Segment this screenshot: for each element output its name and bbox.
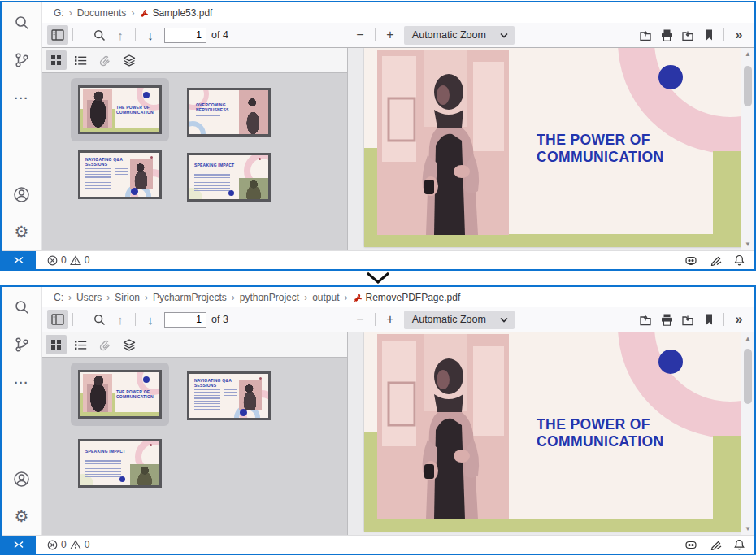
scrollbar-thumb[interactable]	[744, 66, 752, 106]
breadcrumb-segment[interactable]: Sirion	[115, 292, 140, 303]
bookmark-icon	[704, 314, 715, 325]
thumbnail-page-1[interactable]: THE POWER OFCOMMUNICATION	[78, 85, 162, 134]
breadcrumb-segment[interactable]: PycharmProjects	[153, 292, 227, 303]
thumbnail-page-3[interactable]: SPEAKING IMPACT	[78, 439, 162, 488]
thumbnail-page-1[interactable]: THE POWER OFCOMMUNICATION	[78, 370, 162, 419]
breadcrumb-file[interactable]: RemovePDFPage.pdf	[353, 292, 461, 303]
settings-gear-icon[interactable]: ⚙	[8, 502, 36, 530]
page-number-input[interactable]	[164, 312, 206, 328]
thumbnails-tab[interactable]	[46, 335, 67, 354]
error-icon	[47, 255, 58, 266]
layers-icon	[123, 339, 136, 351]
open-file-button[interactable]	[635, 25, 656, 45]
page-number-input[interactable]	[164, 28, 206, 43]
formatter-pen-icon[interactable]	[710, 539, 722, 550]
account-icon[interactable]	[8, 465, 36, 493]
formatter-pen-icon[interactable]	[710, 254, 722, 266]
save-button[interactable]	[677, 25, 698, 45]
account-icon[interactable]	[8, 180, 36, 208]
scroll-down-arrow[interactable]: ▼	[741, 238, 754, 250]
source-control-icon[interactable]	[8, 46, 36, 74]
bell-icon[interactable]	[734, 539, 745, 550]
attachments-tab[interactable]	[94, 335, 115, 354]
find-button[interactable]	[89, 25, 110, 45]
warning-icon	[70, 255, 81, 266]
layers-tab[interactable]	[119, 50, 140, 70]
breadcrumb-segment[interactable]: Documents	[77, 7, 127, 19]
page-up-button[interactable]: ↑	[110, 25, 131, 45]
chevron-down-icon	[500, 33, 508, 38]
scroll-up-arrow[interactable]: ▲	[741, 48, 754, 60]
zoom-select-dropdown[interactable]: Automatic Zoom	[404, 26, 515, 45]
attachments-tab[interactable]	[94, 50, 115, 70]
copilot-icon[interactable]	[684, 255, 697, 266]
chevron-down-icon	[500, 317, 508, 323]
thumbnail-page-2[interactable]: NAVIGATING Q&ASESSIONS	[187, 371, 271, 420]
breadcrumb: G: › Documents › Sample53.pdf	[42, 2, 754, 23]
mini-slide-qa: NAVIGATING Q&ASESSIONS	[80, 153, 159, 197]
zoom-out-button[interactable]: −	[350, 25, 371, 45]
toggle-sidebar-button[interactable]	[47, 25, 68, 45]
mini-slide-qa: NAVIGATING Q&ASESSIONS	[189, 374, 268, 418]
scroll-down-arrow[interactable]: ▼	[741, 523, 754, 535]
more-tools-button[interactable]: »	[728, 310, 749, 329]
thumbnails-tab[interactable]	[46, 50, 67, 70]
scrollbar-thumb[interactable]	[744, 349, 752, 404]
page-count-label: of 4	[211, 29, 228, 41]
more-views-icon[interactable]: ···	[8, 368, 36, 396]
search-icon[interactable]	[8, 9, 36, 37]
vertical-scrollbar[interactable]: ▲ ▼	[741, 332, 754, 535]
page-down-button[interactable]: ↓	[140, 25, 161, 45]
zoom-in-button[interactable]: +	[380, 310, 401, 329]
outline-tab[interactable]	[70, 335, 91, 354]
more-tools-button[interactable]: »	[728, 25, 749, 45]
pdf-page-1: THE POWER OF COMMUNICATION	[364, 48, 741, 247]
open-file-button[interactable]	[635, 310, 656, 329]
copilot-icon[interactable]	[684, 540, 697, 550]
remote-indicator[interactable]	[2, 251, 36, 269]
zoom-in-button[interactable]: +	[380, 25, 401, 45]
remote-indicator[interactable]	[2, 536, 36, 554]
speaker-photo	[377, 50, 509, 235]
problems-indicator[interactable]: 0 0	[47, 254, 89, 266]
breadcrumb-segment[interactable]: C:	[54, 292, 63, 303]
olive-right-shape	[713, 151, 741, 247]
breadcrumb-segment[interactable]: pythonProject	[240, 292, 299, 303]
page-up-button[interactable]: ↑	[110, 310, 131, 329]
zoom-out-button[interactable]: −	[350, 310, 371, 329]
source-control-icon[interactable]	[8, 331, 36, 358]
breadcrumb-separator: ›	[131, 7, 134, 19]
activity-bar: ··· ⚙	[2, 2, 42, 250]
pdf-viewer-window-bottom: ··· ⚙ C: › Users › Sirion › PycharmProje…	[0, 285, 756, 555]
current-view-bookmark-button[interactable]	[698, 310, 719, 329]
page-down-button[interactable]: ↓	[140, 310, 161, 329]
current-view-bookmark-button[interactable]	[698, 25, 719, 45]
vertical-scrollbar[interactable]: ▲ ▼	[741, 48, 754, 250]
print-button[interactable]	[656, 25, 677, 45]
toggle-sidebar-button[interactable]	[47, 310, 68, 329]
layers-icon	[123, 54, 136, 67]
thumbnail-page-3[interactable]: NAVIGATING Q&ASESSIONS	[78, 150, 162, 199]
breadcrumb-segment[interactable]: output	[312, 292, 339, 303]
print-button[interactable]	[656, 310, 677, 329]
breadcrumb-segment[interactable]: Users	[76, 292, 102, 303]
remote-icon	[13, 254, 24, 266]
olive-right-shape	[713, 436, 741, 532]
breadcrumb-segment[interactable]: G:	[54, 7, 64, 19]
scroll-up-arrow[interactable]: ▲	[741, 332, 754, 345]
thumbnail-page-2[interactable]: OVERCOMINGNERVOUSNESS	[187, 88, 271, 137]
find-button[interactable]	[89, 310, 110, 329]
zoom-select-dropdown[interactable]: Automatic Zoom	[404, 311, 515, 329]
bell-icon[interactable]	[734, 254, 745, 266]
search-icon[interactable]	[8, 293, 36, 321]
save-button[interactable]	[677, 310, 698, 329]
settings-gear-icon[interactable]: ⚙	[8, 218, 36, 245]
more-views-icon[interactable]: ···	[8, 84, 36, 111]
breadcrumb-separator: ›	[68, 292, 72, 303]
thumbnail-page-4[interactable]: SPEAKING IMPACT	[187, 153, 271, 202]
breadcrumb-file[interactable]: Sample53.pdf	[139, 7, 212, 19]
page-viewer: THE POWER OF COMMUNICATION ▲ ▼	[348, 332, 754, 535]
problems-indicator[interactable]: 0 0	[47, 539, 89, 550]
outline-tab[interactable]	[70, 50, 91, 70]
layers-tab[interactable]	[119, 335, 140, 354]
